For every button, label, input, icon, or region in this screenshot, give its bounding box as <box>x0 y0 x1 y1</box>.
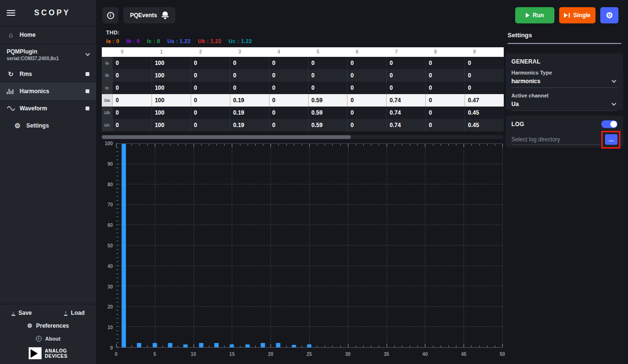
log-toggle[interactable] <box>601 120 617 128</box>
log-directory-input[interactable] <box>511 135 600 145</box>
axis-tick <box>116 213 119 213</box>
table-scrollbar[interactable] <box>102 135 504 139</box>
axis-tick <box>317 144 317 146</box>
axis-tick <box>363 144 364 146</box>
sidebar-item-rms[interactable]: ↻ Rms <box>0 65 96 83</box>
axis-tick <box>147 144 148 146</box>
axis-tick <box>170 144 171 146</box>
gear-icon: ⚙ <box>13 122 22 129</box>
table-cell: 0 <box>191 94 230 107</box>
y-tick-label: 0 <box>110 345 113 351</box>
scrollbar-thumb[interactable] <box>102 135 351 139</box>
table-row-Ib[interactable]: Ib010000000000 <box>102 69 504 82</box>
axis-tick <box>116 172 119 172</box>
harmonics-type-select[interactable]: harmonics <box>511 75 617 88</box>
row-label: Ia <box>102 57 112 69</box>
column-header: 4 <box>269 47 308 57</box>
sidebar-item-label: Waveform <box>20 105 47 112</box>
chevron-down-icon[interactable] <box>86 52 90 56</box>
axis-tick <box>371 345 371 347</box>
table-cell: 0.47 <box>465 94 504 107</box>
log-section: LOG ... <box>506 116 623 147</box>
waveform-icon <box>7 105 15 112</box>
table-row-Ua[interactable]: Ua010000.1900.5900.7400.47 <box>102 94 504 107</box>
harmonic-bar <box>276 343 281 347</box>
axis-tick <box>294 144 294 146</box>
axis-tick <box>441 144 441 146</box>
scopy-app: SCOPY ⌂ Home PQMPlugin serial:COM37,2400… <box>0 0 628 364</box>
axis-tick <box>433 144 433 146</box>
analog-devices-logo: ANALOG DEVICES <box>0 345 96 364</box>
axis-tick <box>116 302 119 302</box>
app-logo: SCOPY <box>15 9 89 17</box>
axis-tick <box>402 345 402 347</box>
table-row-Ia[interactable]: Ia010000000000 <box>102 57 504 69</box>
axis-tick <box>348 144 348 147</box>
axis-tick <box>116 176 119 176</box>
axis-tick <box>116 245 119 246</box>
pqevents-button[interactable]: PQEvents <box>123 7 175 23</box>
axis-tick <box>464 144 464 147</box>
table-cell: 0 <box>112 69 152 82</box>
axis-tick <box>325 345 325 347</box>
column-header: 0 <box>112 47 152 57</box>
axis-tick <box>348 344 348 347</box>
table-header-row: 0123456789 <box>102 47 504 57</box>
axis-tick <box>116 200 119 201</box>
axis-tick <box>495 144 495 146</box>
axis-tick <box>116 269 119 270</box>
axis-tick <box>116 229 119 229</box>
axis-tick <box>116 241 119 241</box>
browse-directory-button[interactable]: ... <box>605 134 617 145</box>
table-row-Ub[interactable]: Ub010000.1900.5900.7400.45 <box>102 107 504 119</box>
harmonics-chart: 0102030405060708090100 05101520253035404… <box>102 139 504 360</box>
sidebar-item-harmonics[interactable]: Harmonics <box>0 83 96 100</box>
harmonic-bar <box>215 343 219 347</box>
y-tick-label: 100 <box>105 141 113 146</box>
preferences-button[interactable]: ⚙ Preferences <box>0 319 96 332</box>
menu-toggle-icon[interactable] <box>7 10 15 16</box>
about-button[interactable]: i About <box>0 332 96 345</box>
sidebar-item-waveform[interactable]: Waveform <box>0 100 96 117</box>
y-tick-label: 60 <box>108 223 113 228</box>
harmonics-stop-indicator[interactable] <box>86 89 89 93</box>
harmonic-bar <box>168 343 173 347</box>
axis-tick <box>502 344 503 347</box>
axis-tick <box>410 345 410 347</box>
general-section: GENERAL Harmonics Type harmonics Active … <box>506 54 623 110</box>
active-channel-select[interactable]: Ua <box>511 98 617 111</box>
axis-tick <box>209 345 209 347</box>
rms-stop-indicator[interactable] <box>86 72 89 76</box>
table-cell: 0 <box>308 57 347 69</box>
table-cell: 100 <box>152 94 191 107</box>
sidebar-item-settings[interactable]: ⚙ Settings <box>0 117 96 134</box>
thd-item: Ua : 1.22 <box>167 38 191 44</box>
gridline-v <box>502 144 503 347</box>
sidebar-item-label: Settings <box>26 122 49 129</box>
axis-tick <box>139 144 140 146</box>
axis-tick <box>224 144 225 146</box>
load-button[interactable]: ↑ Load <box>64 310 85 316</box>
axis-tick <box>502 144 503 147</box>
waveform-stop-indicator[interactable] <box>86 107 89 110</box>
harmonic-bar <box>137 343 141 347</box>
axis-tick <box>471 144 472 146</box>
sidebar-item-home[interactable]: ⌂ Home <box>0 26 96 43</box>
axis-tick <box>271 144 271 147</box>
axis-tick <box>456 144 456 146</box>
info-button[interactable]: i <box>102 7 119 23</box>
row-label: Ib <box>102 69 112 82</box>
chart-plot <box>116 143 502 348</box>
axis-tick <box>240 144 240 146</box>
table-row-Uc[interactable]: Uc010000.1900.5900.7400.45 <box>102 119 504 131</box>
thd-item: Ic : 0 <box>147 38 160 44</box>
sidebar-plugin-header[interactable]: PQMPlugin serial:COM37,2400,8n1 <box>0 44 96 65</box>
table-cell: 0 <box>269 107 308 119</box>
table-cell: 100 <box>152 69 191 82</box>
axis-tick <box>309 144 310 147</box>
table-cell: 0 <box>347 69 386 82</box>
table-row-Ic[interactable]: Ic010000000000 <box>102 82 504 94</box>
axis-tick <box>441 345 441 347</box>
save-button[interactable]: ↓ Save <box>11 310 32 316</box>
harmonic-bar <box>122 144 126 347</box>
